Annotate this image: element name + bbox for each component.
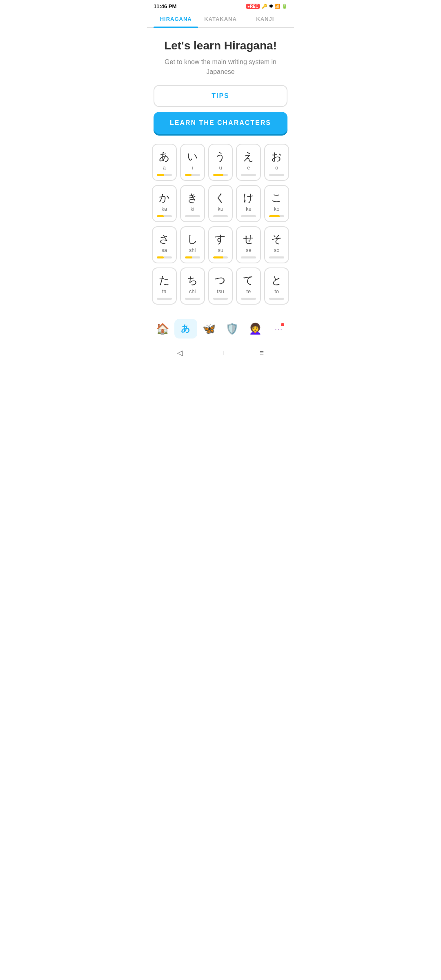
progress-bar — [185, 298, 200, 300]
learn-button[interactable]: LEARN THE CHARACTERS — [154, 112, 287, 134]
char-card-shi[interactable]: し shi — [180, 226, 205, 263]
char-card-chi[interactable]: ち chi — [180, 267, 205, 305]
char-card-o[interactable]: お o — [264, 144, 289, 181]
progress-fill — [185, 256, 192, 258]
char-card-a[interactable]: あ a — [152, 144, 177, 181]
progress-bar — [213, 174, 228, 176]
practice-nav[interactable]: 🦋 — [198, 319, 220, 339]
progress-fill — [157, 256, 164, 258]
char-card-su[interactable]: す su — [208, 226, 233, 263]
char-kana: と — [267, 273, 286, 287]
learn-nav-icon: あ — [178, 321, 193, 336]
progress-fill — [269, 215, 280, 217]
tab-hiragana[interactable]: HIRAGANA — [154, 11, 198, 27]
char-kana: い — [183, 149, 202, 164]
char-kana: え — [239, 149, 258, 164]
char-card-ta[interactable]: た ta — [152, 267, 177, 305]
char-romaji: e — [239, 165, 258, 171]
char-kana: あ — [155, 149, 174, 164]
back-button[interactable]: ◁ — [177, 348, 183, 357]
char-romaji: u — [212, 165, 230, 171]
progress-bar — [213, 215, 228, 217]
char-romaji: ko — [267, 206, 286, 212]
bluetooth-icon: ✱ — [269, 4, 273, 9]
progress-bar — [157, 256, 172, 258]
char-kana: く — [212, 191, 230, 205]
char-kana: け — [239, 191, 258, 205]
status-bar: 11:46 PM ●REC 🔑 ✱ 📶 🔋 — [147, 0, 294, 11]
progress-bar — [157, 298, 172, 300]
char-kana: た — [155, 273, 174, 287]
page-subtitle: Get to know the main writing system in J… — [157, 57, 284, 77]
progress-bar — [213, 256, 228, 258]
shield-nav-icon: 🛡️ — [225, 321, 239, 336]
home-nav-icon: 🏠 — [155, 321, 170, 336]
char-kana: う — [212, 149, 230, 164]
char-romaji: i — [183, 165, 202, 171]
more-nav[interactable]: ⋯ — [267, 319, 290, 339]
char-card-u[interactable]: う u — [208, 144, 233, 181]
battery-icon: 🔋 — [282, 4, 287, 9]
char-card-to[interactable]: と to — [264, 267, 289, 305]
char-kana: そ — [267, 232, 286, 246]
tab-kanji[interactable]: KANJI — [243, 11, 287, 27]
progress-bar — [213, 298, 228, 300]
home-button[interactable]: □ — [219, 349, 223, 357]
char-kana: き — [183, 191, 202, 205]
home-nav[interactable]: 🏠 — [151, 319, 174, 339]
bottom-nav: 🏠あ🦋🛡️👩‍🦱⋯ — [147, 313, 294, 343]
progress-fill — [157, 174, 164, 176]
progress-fill — [213, 256, 224, 258]
char-romaji: shi — [183, 247, 202, 253]
shield-nav[interactable]: 🛡️ — [220, 319, 243, 339]
progress-fill — [185, 174, 192, 176]
char-card-tsu[interactable]: つ tsu — [208, 267, 233, 305]
progress-bar — [269, 215, 284, 217]
progress-bar — [185, 256, 200, 258]
char-card-ko[interactable]: こ ko — [264, 185, 289, 222]
char-kana: か — [155, 191, 174, 205]
char-romaji: te — [239, 288, 258, 294]
char-row-2: さ sa し shi す su せ se — [152, 226, 289, 263]
char-card-i[interactable]: い i — [180, 144, 205, 181]
char-card-te[interactable]: て te — [236, 267, 261, 305]
char-kana: こ — [267, 191, 286, 205]
char-romaji: tsu — [212, 288, 230, 294]
page-title: Let's learn Hiragana! — [157, 39, 284, 52]
char-card-se[interactable]: せ se — [236, 226, 261, 263]
char-card-sa[interactable]: さ sa — [152, 226, 177, 263]
status-time: 11:46 PM — [154, 3, 176, 9]
learn-nav[interactable]: あ — [174, 319, 197, 339]
char-kana: す — [212, 232, 230, 246]
progress-bar — [269, 256, 284, 258]
char-card-ku[interactable]: く ku — [208, 185, 233, 222]
char-romaji: chi — [183, 288, 202, 294]
progress-bar — [241, 256, 256, 258]
char-kana: せ — [239, 232, 258, 246]
progress-bar — [241, 174, 256, 176]
menu-button[interactable]: ≡ — [259, 349, 264, 357]
char-romaji: ki — [183, 206, 202, 212]
char-card-so[interactable]: そ so — [264, 226, 289, 263]
tab-katakana[interactable]: KATAKANA — [198, 11, 243, 27]
progress-bar — [269, 174, 284, 176]
char-kana: し — [183, 232, 202, 246]
char-romaji: o — [267, 165, 286, 171]
char-card-e[interactable]: え e — [236, 144, 261, 181]
char-romaji: ku — [212, 206, 230, 212]
more-nav-icon: ⋯ — [271, 321, 286, 336]
tips-button[interactable]: TIPS — [154, 85, 287, 107]
progress-bar — [241, 298, 256, 300]
char-kana: お — [267, 149, 286, 164]
profile-nav[interactable]: 👩‍🦱 — [244, 319, 267, 339]
char-card-ka[interactable]: か ka — [152, 185, 177, 222]
char-card-ke[interactable]: け ke — [236, 185, 261, 222]
progress-bar — [269, 298, 284, 300]
char-romaji: ka — [155, 206, 174, 212]
key-icon: 🔑 — [262, 4, 267, 9]
char-kana: て — [239, 273, 258, 287]
progress-fill — [213, 174, 224, 176]
char-row-1: か ka き ki く ku け ke — [152, 185, 289, 222]
progress-bar — [157, 174, 172, 176]
char-card-ki[interactable]: き ki — [180, 185, 205, 222]
